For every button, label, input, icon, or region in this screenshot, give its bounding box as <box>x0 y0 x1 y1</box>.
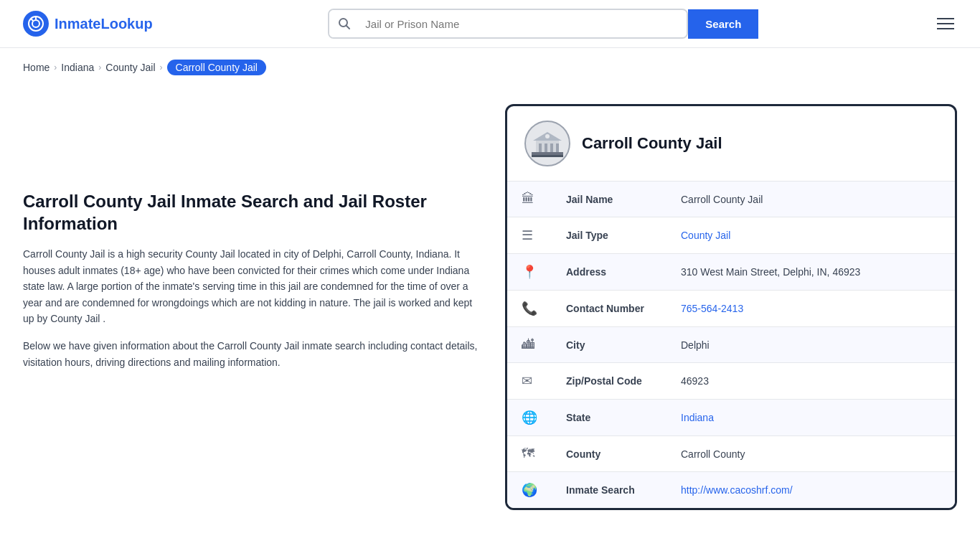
svg-point-1 <box>32 20 39 27</box>
table-row: 🗺CountyCarroll County <box>507 436 955 472</box>
breadcrumb-type[interactable]: County Jail <box>105 62 155 73</box>
row-value: Delphi <box>666 327 955 363</box>
row-label: Zip/Postal Code <box>552 363 666 400</box>
table-row: 🏙CityDelphi <box>507 327 955 363</box>
row-label: County <box>552 436 666 472</box>
svg-rect-8 <box>539 143 542 152</box>
row-link[interactable]: http://www.cacoshrf.com/ <box>681 484 793 496</box>
row-label: Jail Type <box>552 217 666 254</box>
jail-card: Carroll County Jail 🏛Jail NameCarroll Co… <box>505 104 957 510</box>
table-row: ☰Jail TypeCounty Jail <box>507 217 955 254</box>
menu-button[interactable] <box>934 15 957 32</box>
row-icon: 🗺 <box>507 436 552 472</box>
table-row: 📞Contact Number765-564-2413 <box>507 291 955 327</box>
breadcrumb-current: Carroll County Jail <box>167 60 266 75</box>
row-value: Carroll County <box>666 436 955 472</box>
row-icon: 📞 <box>507 291 552 327</box>
table-row: 🏛Jail NameCarroll County Jail <box>507 182 955 217</box>
row-label: Address <box>552 254 666 291</box>
breadcrumb-home[interactable]: Home <box>23 62 50 73</box>
row-label: State <box>552 400 666 436</box>
search-button[interactable]: Search <box>688 9 758 39</box>
row-icon: 🌍 <box>507 472 552 509</box>
page-title: Carroll County Jail Inmate Search and Ja… <box>23 190 482 235</box>
row-value: 46923 <box>666 363 955 400</box>
svg-rect-14 <box>532 152 563 155</box>
hamburger-line-1 <box>937 18 954 19</box>
search-area: Search <box>328 9 758 39</box>
row-icon: ✉ <box>507 363 552 400</box>
row-icon: ☰ <box>507 217 552 254</box>
row-label: Inmate Search <box>552 472 666 509</box>
table-row: 📍Address310 West Main Street, Delphi, IN… <box>507 254 955 291</box>
hamburger-line-3 <box>937 28 954 29</box>
svg-rect-9 <box>545 143 547 152</box>
jail-card-title: Carroll County Jail <box>582 134 722 153</box>
logo-link[interactable]: InmateLookup <box>23 11 153 37</box>
row-link[interactable]: 765-564-2413 <box>681 303 743 314</box>
row-value[interactable]: County Jail <box>666 217 955 254</box>
logo-text: InmateLookup <box>55 16 153 32</box>
svg-line-3 <box>31 19 33 21</box>
table-row: 🌐StateIndiana <box>507 400 955 436</box>
row-label: Jail Name <box>552 182 666 217</box>
svg-rect-11 <box>556 143 559 152</box>
row-value[interactable]: http://www.cacoshrf.com/ <box>666 472 955 509</box>
jail-card-header: Carroll County Jail <box>507 106 955 182</box>
svg-rect-15 <box>532 155 563 157</box>
svg-line-5 <box>347 26 350 29</box>
search-icon <box>329 10 359 37</box>
row-value[interactable]: Indiana <box>666 400 955 436</box>
row-icon: 🌐 <box>507 400 552 436</box>
page-description-1: Carroll County Jail is a high security C… <box>23 246 482 326</box>
breadcrumb-chevron-2: › <box>98 62 101 72</box>
row-label: City <box>552 327 666 363</box>
row-icon: 🏛 <box>507 182 552 217</box>
row-icon: 🏙 <box>507 327 552 363</box>
main-content: Carroll County Jail Inmate Search and Ja… <box>0 87 980 527</box>
svg-point-13 <box>545 134 550 138</box>
row-value[interactable]: 765-564-2413 <box>666 291 955 327</box>
row-label: Contact Number <box>552 291 666 327</box>
breadcrumb: Home › Indiana › County Jail › Carroll C… <box>0 48 980 87</box>
page-description-2: Below we have given information about th… <box>23 338 482 370</box>
courthouse-icon <box>530 126 565 161</box>
row-icon: 📍 <box>507 254 552 291</box>
breadcrumb-chevron-1: › <box>54 62 57 72</box>
svg-rect-10 <box>550 143 553 152</box>
jail-avatar <box>524 121 570 166</box>
table-row: 🌍Inmate Searchhttp://www.cacoshrf.com/ <box>507 472 955 509</box>
breadcrumb-state[interactable]: Indiana <box>61 62 94 73</box>
logo-icon <box>23 11 49 37</box>
table-row: ✉Zip/Postal Code46923 <box>507 363 955 400</box>
row-value: 310 West Main Street, Delphi, IN, 46923 <box>666 254 955 291</box>
search-input[interactable] <box>359 11 687 37</box>
hamburger-line-2 <box>937 23 954 24</box>
row-link[interactable]: Indiana <box>681 412 714 423</box>
breadcrumb-chevron-3: › <box>160 62 163 72</box>
header: InmateLookup Search <box>0 0 980 48</box>
search-wrapper <box>328 9 688 39</box>
left-column: Carroll County Jail Inmate Search and Ja… <box>23 104 482 510</box>
row-link[interactable]: County Jail <box>681 230 730 241</box>
info-table: 🏛Jail NameCarroll County Jail☰Jail TypeC… <box>507 182 955 508</box>
row-value: Carroll County Jail <box>666 182 955 217</box>
right-column: Carroll County Jail 🏛Jail NameCarroll Co… <box>505 104 957 510</box>
